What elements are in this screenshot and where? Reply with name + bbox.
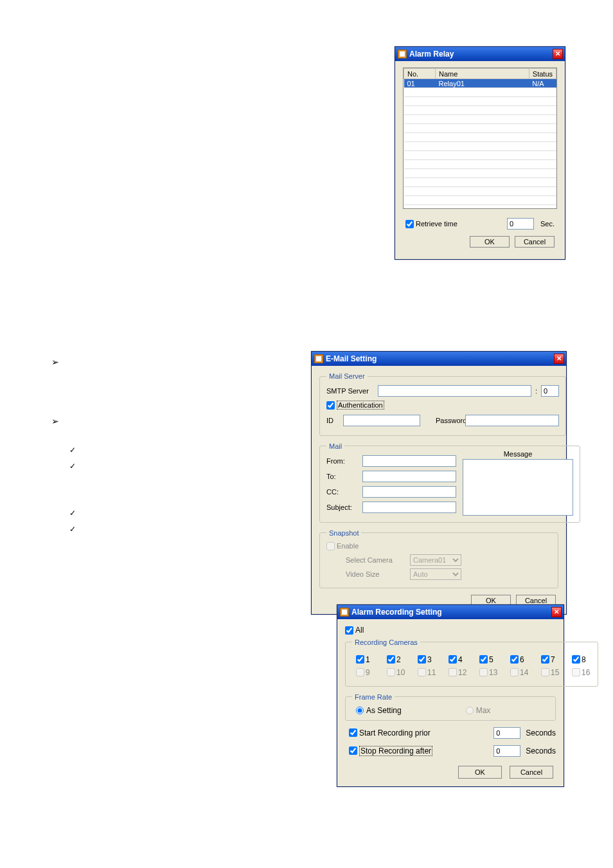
- camera-5-checkbox[interactable]: 5: [479, 655, 499, 664]
- cc-label: CC:: [326, 488, 362, 496]
- titlebar[interactable]: Alarm Relay ✕: [395, 47, 565, 61]
- retrieve-time-checkbox[interactable]: Retrieve time: [405, 220, 458, 228]
- ok-button[interactable]: OK: [458, 766, 502, 779]
- retrieve-time-input[interactable]: [507, 218, 534, 230]
- camera-7-checkbox[interactable]: 7: [541, 655, 560, 664]
- table-row[interactable]: 01 Relay01 N/A: [404, 79, 556, 88]
- camera-2-checkbox[interactable]: 2: [387, 655, 406, 664]
- stop-recording-checkbox[interactable]: Stop Recording after: [349, 746, 493, 756]
- table-row[interactable]: [404, 160, 556, 169]
- bullet-arrow-icon: ➢: [51, 357, 59, 367]
- col-status[interactable]: Status: [529, 69, 556, 79]
- camera-8-checkbox[interactable]: 8: [572, 655, 591, 664]
- port-input[interactable]: [541, 385, 559, 397]
- cancel-button[interactable]: Cancel: [510, 766, 553, 779]
- seconds-label: Seconds: [520, 746, 556, 755]
- authentication-label: Authentication: [337, 401, 384, 410]
- password-input[interactable]: [465, 415, 559, 426]
- all-checkbox[interactable]: All: [345, 626, 364, 635]
- close-icon[interactable]: ✕: [554, 354, 564, 364]
- alarm-relay-dialog: Alarm Relay ✕ No. Name Status 01 Relay01: [395, 46, 565, 260]
- smtp-label: SMTP Server: [326, 387, 378, 395]
- stop-recording-label: Stop Recording after: [359, 746, 432, 756]
- ok-button[interactable]: OK: [470, 236, 510, 248]
- table-row[interactable]: [404, 124, 556, 133]
- video-size-dropdown[interactable]: Auto: [410, 568, 461, 580]
- dialog-title: Alarm Relay: [409, 50, 454, 59]
- password-label: Password: [420, 417, 465, 424]
- sec-label: Sec.: [540, 220, 555, 228]
- from-label: From:: [326, 457, 362, 465]
- titlebar[interactable]: E-Mail Setting ✕: [312, 352, 566, 366]
- id-input[interactable]: [343, 415, 420, 426]
- max-label: Max: [476, 706, 491, 715]
- cancel-button[interactable]: Cancel: [515, 236, 555, 248]
- all-label: All: [355, 626, 364, 635]
- table-row[interactable]: [404, 169, 556, 178]
- to-input[interactable]: [362, 471, 456, 482]
- mail-legend: Mail: [326, 442, 344, 450]
- smtp-input[interactable]: [378, 385, 531, 397]
- camera-9-checkbox[interactable]: 9: [356, 668, 375, 677]
- camera-12-checkbox[interactable]: 12: [449, 668, 468, 677]
- start-recording-input[interactable]: [493, 727, 520, 739]
- cell-no: 01: [404, 79, 436, 88]
- table-row[interactable]: [404, 88, 556, 97]
- bullet-check-icon: ✓: [69, 462, 76, 471]
- email-setting-dialog: E-Mail Setting ✕ Mail Server SMTP Server…: [311, 351, 567, 615]
- recording-cameras-group: Recording Cameras 12345678 9101112131415…: [345, 638, 598, 687]
- table-row[interactable]: [404, 142, 556, 151]
- subject-input[interactable]: [362, 502, 456, 513]
- table-row[interactable]: [404, 196, 556, 205]
- camera-10-checkbox[interactable]: 10: [387, 668, 406, 677]
- authentication-checkbox[interactable]: Authentication: [326, 401, 384, 410]
- relay-table[interactable]: No. Name Status 01 Relay01 N/A: [403, 68, 557, 209]
- recording-cameras-legend: Recording Cameras: [352, 638, 420, 646]
- from-input[interactable]: [362, 455, 456, 467]
- as-setting-radio[interactable]: As Setting: [356, 706, 402, 715]
- table-header-row: No. Name Status: [404, 69, 556, 79]
- svg-rect-0: [400, 51, 405, 57]
- start-recording-label: Start Recording prior: [359, 728, 431, 737]
- svg-rect-1: [316, 356, 321, 361]
- table-row[interactable]: [404, 178, 556, 187]
- camera-16-checkbox[interactable]: 16: [572, 668, 591, 677]
- cell-status: N/A: [529, 79, 556, 88]
- video-size-label: Video Size: [346, 570, 410, 578]
- camera-13-checkbox[interactable]: 13: [479, 668, 499, 677]
- table-row[interactable]: [404, 115, 556, 124]
- snapshot-legend: Snapshot: [326, 529, 361, 537]
- cc-input[interactable]: [362, 486, 456, 498]
- table-row[interactable]: [404, 151, 556, 160]
- svg-rect-2: [342, 610, 347, 615]
- mail-server-group: Mail Server SMTP Server : Authentication…: [319, 372, 566, 436]
- stop-recording-input[interactable]: [493, 745, 520, 757]
- bullet-check-icon: ✓: [69, 525, 76, 534]
- start-recording-checkbox[interactable]: Start Recording prior: [349, 728, 493, 737]
- table-row[interactable]: [404, 187, 556, 196]
- camera-4-checkbox[interactable]: 4: [449, 655, 468, 664]
- bullet-check-icon: ✓: [69, 509, 76, 518]
- table-row[interactable]: [404, 133, 556, 142]
- enable-checkbox[interactable]: Enable: [326, 542, 359, 550]
- table-row[interactable]: [404, 106, 556, 115]
- camera-11-checkbox[interactable]: 11: [418, 668, 437, 677]
- dialog-title: Alarm Recording Setting: [351, 608, 442, 617]
- col-no[interactable]: No.: [404, 69, 436, 79]
- select-camera-dropdown[interactable]: Camera01: [410, 554, 461, 566]
- close-icon[interactable]: ✕: [553, 49, 563, 59]
- camera-1-checkbox[interactable]: 1: [356, 655, 375, 664]
- message-input[interactable]: [463, 459, 573, 516]
- camera-14-checkbox[interactable]: 14: [510, 668, 529, 677]
- select-camera-label: Select Camera: [346, 556, 410, 564]
- camera-15-checkbox[interactable]: 15: [541, 668, 560, 677]
- table-row[interactable]: [404, 97, 556, 106]
- bullet-check-icon: ✓: [69, 446, 76, 455]
- camera-6-checkbox[interactable]: 6: [510, 655, 529, 664]
- max-radio[interactable]: Max: [466, 706, 491, 715]
- dialog-title: E-Mail Setting: [326, 354, 377, 363]
- close-icon[interactable]: ✕: [551, 607, 562, 617]
- camera-3-checkbox[interactable]: 3: [418, 655, 437, 664]
- col-name[interactable]: Name: [436, 69, 529, 79]
- titlebar[interactable]: Alarm Recording Setting ✕: [337, 605, 564, 619]
